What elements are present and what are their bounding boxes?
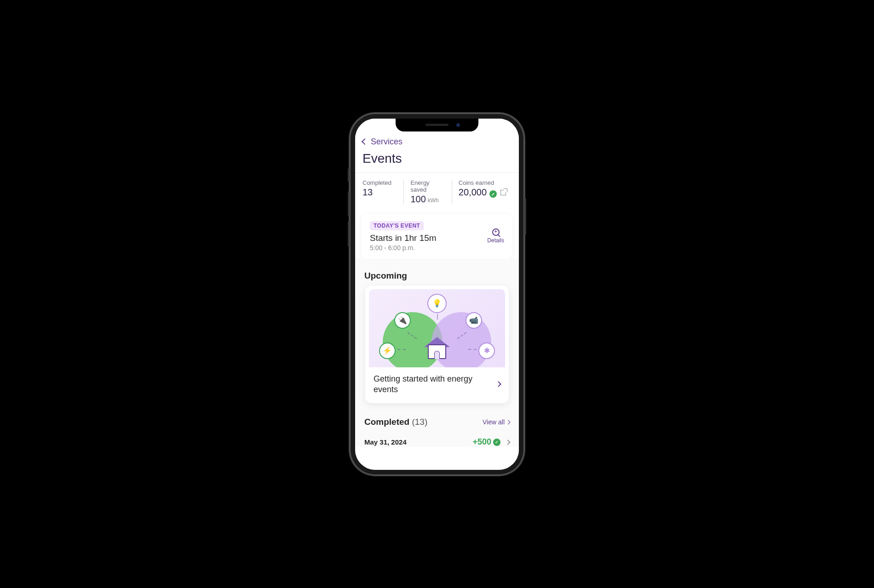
stat-label: Coins earned	[459, 179, 506, 186]
coin-icon: ✓	[493, 439, 500, 446]
phone-side-button	[524, 198, 526, 235]
phone-notch	[396, 119, 478, 131]
today-badge: TODAY'S EVENT	[370, 221, 424, 230]
stat-coins-earned[interactable]: Coins earned 20,000 ✓	[452, 179, 512, 205]
completed-heading-text: Completed	[364, 417, 409, 427]
stat-value: 100 kWh	[410, 194, 446, 205]
stat-label: Energy saved	[410, 179, 446, 193]
today-time: 5:00 - 6:00 p.m.	[370, 244, 437, 251]
plug-icon: 🔌	[394, 312, 411, 329]
stat-completed: Completed 13	[362, 179, 403, 205]
upcoming-heading: Upcoming	[355, 259, 519, 285]
view-all-button[interactable]: View all	[483, 418, 510, 426]
phone-side-button	[348, 191, 350, 217]
reward-amount: +500	[472, 437, 491, 447]
stat-value: 13	[362, 187, 398, 198]
stats-row: Completed 13 Energy saved 100 kWh Coins …	[355, 173, 519, 211]
today-title: Starts in 1hr 15m	[370, 233, 437, 243]
external-link-icon	[500, 190, 506, 195]
today-event-card[interactable]: TODAY'S EVENT Starts in 1hr 15m 5:00 - 6…	[362, 214, 512, 259]
upcoming-card[interactable]: 💡 🔌 📹 ⚡ ✱ Getting started with energy ev…	[365, 285, 509, 404]
page-title: Events	[355, 149, 519, 172]
view-all-label: View all	[483, 418, 505, 426]
chevron-right-icon	[505, 440, 510, 445]
back-button[interactable]: Services	[355, 133, 519, 149]
completed-heading: Completed (13)	[364, 417, 427, 427]
house-icon	[424, 337, 450, 359]
phone-side-button	[348, 168, 350, 182]
upcoming-illustration: 💡 🔌 📹 ⚡ ✱	[369, 289, 505, 367]
details-label: Details	[487, 237, 504, 244]
stat-unit: kWh	[428, 197, 439, 204]
completed-item-reward: +500 ✓	[472, 437, 510, 447]
camera-icon: 📹	[466, 312, 482, 329]
lightbulb-icon: 💡	[427, 294, 447, 313]
chevron-left-icon	[362, 138, 368, 145]
stat-number: 20,000	[459, 187, 487, 198]
bolt-icon: ⚡	[379, 343, 396, 359]
stat-value: 20,000 ✓	[459, 187, 506, 198]
phone-frame: Services Events Completed 13 Energy save…	[350, 113, 524, 475]
fan-icon: ✱	[478, 343, 495, 359]
coin-icon: ✓	[489, 190, 497, 198]
completed-item-date: May 31, 2024	[364, 438, 407, 446]
stat-label: Completed	[362, 179, 398, 186]
details-button[interactable]: Details	[487, 228, 504, 244]
upcoming-card-title: Getting started with energy events	[374, 374, 475, 395]
stat-number: 100	[410, 194, 426, 205]
stat-energy-saved: Energy saved 100 kWh	[403, 179, 451, 205]
chevron-right-icon	[506, 420, 511, 424]
completed-count: (13)	[412, 417, 427, 427]
phone-side-button	[348, 221, 350, 246]
magnify-icon	[492, 228, 500, 236]
chevron-right-icon	[495, 382, 501, 388]
back-label: Services	[371, 137, 402, 147]
completed-list-item[interactable]: May 31, 2024 +500 ✓	[355, 429, 519, 447]
